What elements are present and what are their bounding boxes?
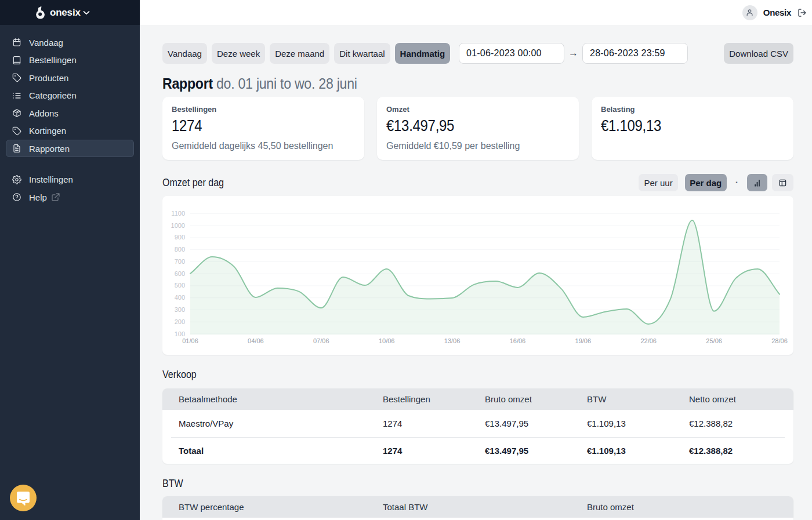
svg-text:1100: 1100 bbox=[171, 210, 185, 217]
svg-text:900: 900 bbox=[175, 234, 185, 241]
svg-text:22/06: 22/06 bbox=[640, 337, 657, 344]
svg-text:500: 500 bbox=[175, 282, 185, 289]
svg-text:100: 100 bbox=[175, 330, 185, 337]
svg-text:13/06: 13/06 bbox=[444, 337, 461, 344]
svg-text:25/06: 25/06 bbox=[706, 337, 722, 344]
svg-text:200: 200 bbox=[175, 318, 185, 325]
svg-text:1000: 1000 bbox=[171, 222, 185, 229]
svg-text:700: 700 bbox=[175, 258, 185, 265]
svg-text:28/06: 28/06 bbox=[771, 337, 788, 344]
svg-text:600: 600 bbox=[175, 270, 185, 277]
svg-text:800: 800 bbox=[175, 246, 185, 253]
svg-text:19/06: 19/06 bbox=[575, 337, 592, 344]
svg-text:10/06: 10/06 bbox=[379, 337, 395, 344]
svg-text:300: 300 bbox=[175, 306, 185, 313]
svg-text:01/06: 01/06 bbox=[182, 337, 198, 344]
svg-text:04/06: 04/06 bbox=[248, 337, 264, 344]
svg-text:07/06: 07/06 bbox=[313, 337, 329, 344]
svg-text:16/06: 16/06 bbox=[510, 337, 526, 344]
svg-text:400: 400 bbox=[175, 294, 185, 301]
